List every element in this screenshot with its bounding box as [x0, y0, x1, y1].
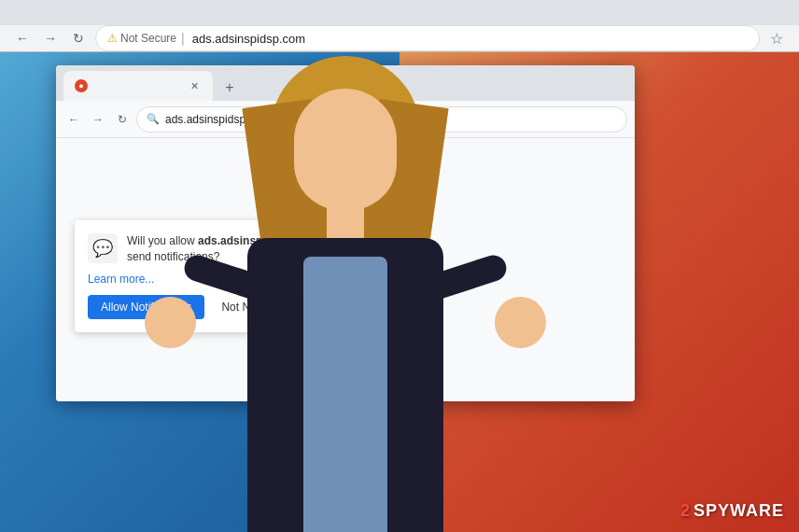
person-hand-right	[495, 297, 546, 348]
chat-icon: 💬	[92, 238, 113, 259]
inner-back-button[interactable]: ←	[63, 109, 84, 130]
person-face	[294, 89, 397, 210]
security-icon: ⚠	[107, 32, 118, 45]
person-figure	[149, 56, 541, 532]
watermark: 2 SPYWARE	[680, 501, 784, 521]
notification-icon: 💬	[88, 233, 118, 263]
outer-tab-strip	[0, 0, 799, 25]
outer-url-bar[interactable]: ⚠ Not Secure | ads.adsinspidsp.com	[95, 25, 760, 51]
outer-browser: ← → ↻ ⚠ Not Secure | ads.adsinspidsp.com…	[0, 0, 799, 52]
person-shirt	[303, 257, 387, 532]
forward-button[interactable]: →	[39, 27, 62, 49]
person-hand-left	[145, 297, 196, 348]
back-button[interactable]: ←	[11, 27, 34, 49]
pipe-divider: |	[181, 31, 185, 46]
watermark-text: SPYWARE	[694, 501, 784, 521]
watermark-number: 2	[680, 501, 691, 521]
bookmark-button[interactable]: ☆	[765, 27, 788, 49]
reload-button[interactable]: ↻	[67, 27, 90, 49]
outer-address-bar-row: ← → ↻ ⚠ Not Secure | ads.adsinspidsp.com…	[0, 25, 799, 52]
outer-browser-chrome: ← → ↻ ⚠ Not Secure | ads.adsinspidsp.com…	[0, 0, 799, 52]
not-secure-badge: ⚠ Not Secure |	[107, 31, 187, 46]
tab-favicon: ●	[75, 79, 88, 92]
not-secure-text: Not Secure	[120, 32, 176, 45]
inner-reload-button[interactable]: ↻	[112, 109, 133, 130]
favicon-icon: ●	[78, 81, 83, 91]
outer-url-text: ads.adsinspidsp.com	[192, 32, 305, 46]
inner-forward-button[interactable]: →	[88, 109, 108, 130]
